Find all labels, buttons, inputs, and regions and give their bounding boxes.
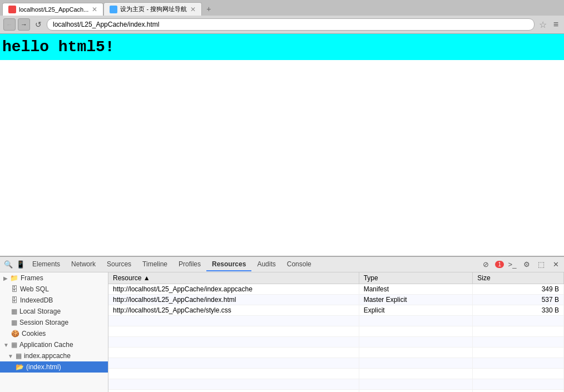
- table-row[interactable]: http://localhost/L25_AppCache/style.css …: [108, 305, 564, 316]
- devtools-sidebar: ▶ 📁 Frames 🗄 Web SQL 🗄 IndexedDB ▦ Local…: [0, 272, 108, 392]
- table-row-empty: [108, 369, 564, 379]
- url-input[interactable]: [47, 18, 535, 31]
- table-row-empty: [108, 348, 564, 358]
- devtools-tab-bar: 🔍 📱 Elements Network Sources Timeline Pr…: [0, 257, 564, 272]
- frames-label: Frames: [21, 274, 43, 282]
- tab-console[interactable]: Console: [281, 258, 317, 271]
- page-content: hello html5!: [0, 34, 564, 256]
- tab-close-1[interactable]: ✕: [92, 6, 97, 13]
- col-header-resource[interactable]: Resource ▲: [108, 272, 359, 284]
- console-prompt-icon[interactable]: >_: [506, 259, 518, 271]
- sidebar-item-indexappcache[interactable]: ▼ ▦ index.appcache: [0, 350, 108, 361]
- devtools-action-icons: ⊘ 1 >_ ⚙ ⬚ ✕: [479, 259, 562, 271]
- tab-elements[interactable]: Elements: [27, 258, 66, 271]
- websql-icon: 🗄: [11, 285, 18, 293]
- tab-bar: localhost/L25_AppCach... ✕ 设为主页 - 搜狗网址导航…: [0, 0, 564, 16]
- devtools-body: ▶ 📁 Frames 🗄 Web SQL 🗄 IndexedDB ▦ Local…: [0, 272, 564, 392]
- sidebar-item-indexeddb[interactable]: 🗄 IndexedDB: [0, 295, 108, 306]
- address-bar: ← → ↺ ☆ ≡: [0, 16, 564, 33]
- resource-cell: http://localhost/L25_AppCache/index.appc…: [108, 284, 359, 295]
- indexappcache-label: index.appcache: [24, 352, 71, 360]
- tab-active[interactable]: localhost/L25_AppCach... ✕: [2, 3, 103, 16]
- tab-audits[interactable]: Audits: [251, 258, 281, 271]
- tab-timeline[interactable]: Timeline: [137, 258, 173, 271]
- table-row-empty: [108, 379, 564, 390]
- cookies-icon: 🍪: [11, 330, 19, 338]
- reload-icon: ↺: [35, 20, 42, 29]
- forward-icon: →: [21, 21, 27, 28]
- devtools-panel: 🔍 📱 Elements Network Sources Timeline Pr…: [0, 256, 564, 392]
- indexhtml-icon: 📂: [16, 363, 24, 371]
- devtools-search-icon[interactable]: 🔍: [2, 259, 14, 271]
- indexeddb-icon: 🗄: [11, 296, 18, 304]
- col-header-type[interactable]: Type: [359, 272, 473, 284]
- col-header-size[interactable]: Size: [473, 272, 564, 284]
- appcache-icon: ▦: [11, 341, 17, 349]
- indexhtml-label: (index.html): [26, 363, 61, 371]
- tab-close-2[interactable]: ✕: [190, 6, 196, 13]
- tab-favicon-1: [8, 6, 16, 13]
- resources-table-wrapper[interactable]: Resource ▲ Type Size http: [108, 272, 564, 392]
- tab-resources[interactable]: Resources: [206, 258, 251, 271]
- sidebar-item-indexhtml[interactable]: 📂 (index.html): [0, 361, 108, 373]
- devtools-main: Resource ▲ Type Size http: [108, 272, 564, 392]
- browser-chrome: localhost/L25_AppCach... ✕ 设为主页 - 搜狗网址导航…: [0, 0, 564, 34]
- table-row-empty: [108, 390, 564, 393]
- resources-table: Resource ▲ Type Size http: [108, 272, 564, 392]
- back-button[interactable]: ←: [3, 18, 16, 31]
- type-cell: Explicit: [359, 305, 473, 316]
- size-cell: 349 B: [473, 284, 564, 295]
- devtools-device-icon[interactable]: 📱: [14, 259, 27, 271]
- sidebar-item-appcache[interactable]: ▼ ▦ Application Cache: [0, 339, 108, 350]
- localstorage-icon: ▦: [11, 307, 17, 315]
- tab-2[interactable]: 设为主页 - 搜狗网址导航 ✕: [103, 2, 202, 16]
- type-cell: Master Explicit: [359, 295, 473, 305]
- table-row-empty: [108, 316, 564, 326]
- size-cell: 330 B: [473, 305, 564, 316]
- hello-banner: hello html5!: [0, 34, 564, 60]
- tab-favicon-2: [110, 6, 117, 13]
- error-icon[interactable]: ⊘: [479, 259, 492, 271]
- forward-button[interactable]: →: [18, 18, 30, 31]
- localstorage-label: Local Storage: [19, 307, 61, 315]
- indexappcache-toggle-icon: ▼: [8, 353, 13, 359]
- sidebar-item-localstorage[interactable]: ▦ Local Storage: [0, 306, 108, 317]
- resource-cell: http://localhost/L25_AppCache/style.css: [108, 305, 359, 316]
- sidebar-item-cookies[interactable]: 🍪 Cookies: [0, 328, 108, 339]
- menu-button[interactable]: ≡: [551, 19, 561, 29]
- size-cell: 537 B: [473, 295, 564, 305]
- frames-toggle-icon: ▶: [3, 275, 8, 281]
- sidebar-item-sessionstorage[interactable]: ▦ Session Storage: [0, 317, 108, 328]
- table-row[interactable]: http://localhost/L25_AppCache/index.appc…: [108, 284, 564, 295]
- indexeddb-label: IndexedDB: [20, 296, 53, 304]
- table-row-empty: [108, 358, 564, 369]
- sidebar-item-frames[interactable]: ▶ 📁 Frames: [0, 272, 108, 284]
- cookies-label: Cookies: [22, 330, 46, 338]
- dock-icon[interactable]: ⬚: [535, 259, 547, 271]
- error-badge: 1: [495, 261, 504, 268]
- new-tab-button[interactable]: +: [202, 2, 215, 16]
- sessionstorage-icon: ▦: [11, 319, 17, 326]
- table-row-empty: [108, 337, 564, 348]
- sessionstorage-label: Session Storage: [19, 319, 68, 326]
- table-row-empty: [108, 326, 564, 337]
- tab-network[interactable]: Network: [66, 258, 101, 271]
- tab-label-1: localhost/L25_AppCach...: [19, 6, 88, 13]
- websql-label: Web SQL: [20, 285, 49, 293]
- settings-icon[interactable]: ⚙: [521, 259, 533, 271]
- sort-icon-resource: ▲: [144, 274, 150, 282]
- bookmark-button[interactable]: ☆: [537, 19, 549, 30]
- type-cell: Manifest: [359, 284, 473, 295]
- appcache-toggle-icon: ▼: [3, 342, 9, 348]
- sidebar-item-websql[interactable]: 🗄 Web SQL: [0, 284, 108, 295]
- indexappcache-icon: ▦: [16, 352, 22, 360]
- tab-sources[interactable]: Sources: [101, 258, 137, 271]
- close-devtools-button[interactable]: ✕: [550, 259, 562, 271]
- back-icon: ←: [6, 21, 13, 28]
- tab-label-2: 设为主页 - 搜狗网址导航: [120, 5, 187, 13]
- frames-folder-icon: 📁: [10, 274, 18, 282]
- resource-cell: http://localhost/L25_AppCache/index.html: [108, 295, 359, 305]
- tab-profiles[interactable]: Profiles: [173, 258, 206, 271]
- table-row[interactable]: http://localhost/L25_AppCache/index.html…: [108, 295, 564, 305]
- reload-button[interactable]: ↺: [32, 18, 44, 31]
